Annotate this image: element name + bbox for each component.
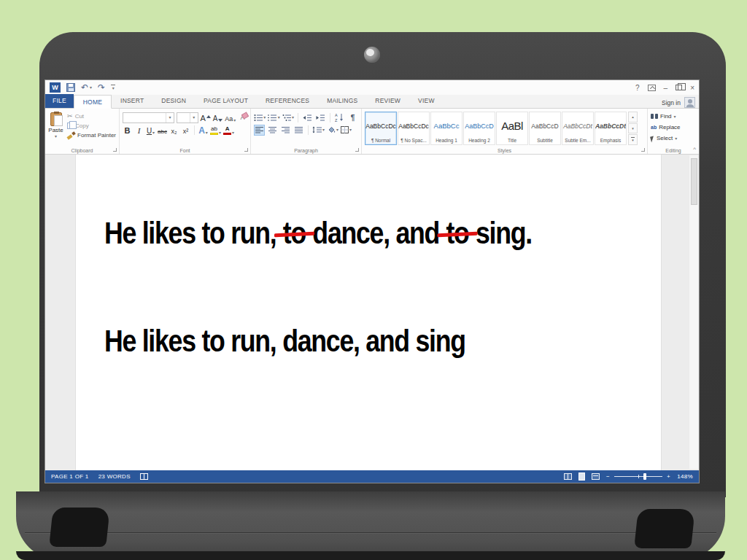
paragraph-dialog-launcher[interactable] (355, 148, 359, 152)
font-group: ▾ ▾ A A Aa▾ A B I U▾ (120, 109, 251, 154)
styles-more-button[interactable]: ▾ (628, 134, 638, 145)
bullets-button[interactable]: ▾ (254, 112, 266, 123)
style-subtle-emphasis[interactable]: AaBbCcDtSubtle Em... (562, 112, 594, 145)
ribbon-display-options-button[interactable] (648, 85, 656, 91)
undo-button[interactable]: ↶ ▾ (81, 83, 92, 92)
clear-formatting-button[interactable]: A (238, 113, 247, 122)
font-color-caret-icon: ▾ (232, 131, 234, 135)
document-page[interactable]: He likes to run,todance, andtosing. He l… (76, 155, 661, 470)
font-size-caret-icon: ▾ (193, 115, 195, 120)
styles-scroll-down-button[interactable]: ▾ (628, 123, 638, 134)
style-emphasis[interactable]: AaBbCcDtEmphasis (595, 112, 627, 145)
print-layout-button[interactable] (578, 472, 585, 481)
clipboard-dialog-launcher[interactable] (113, 148, 117, 152)
line-spacing-icon (312, 126, 322, 133)
decrease-indent-icon (303, 114, 312, 122)
tab-page-layout[interactable]: PAGE LAYOUT (195, 94, 257, 108)
line-spacing-button[interactable]: ▾ (312, 125, 325, 136)
zoom-slider-thumb[interactable] (643, 473, 646, 480)
restore-button[interactable] (676, 85, 682, 90)
styles-dialog-launcher[interactable] (641, 148, 645, 152)
web-layout-button[interactable] (592, 473, 600, 480)
scrollbar-thumb[interactable] (691, 158, 697, 205)
copy-icon (67, 122, 73, 129)
font-color-button[interactable]: A ▾ (223, 125, 234, 136)
tab-home[interactable]: HOME (74, 95, 112, 109)
read-mode-button[interactable] (564, 473, 572, 480)
help-button[interactable]: ? (635, 84, 640, 92)
minimize-button[interactable]: – (664, 84, 668, 92)
align-right-button[interactable] (280, 125, 291, 136)
replace-button[interactable]: ab Replace (651, 122, 696, 132)
bold-button[interactable]: B (123, 125, 132, 136)
strikethrough-button[interactable]: abc (158, 125, 167, 136)
zoom-level[interactable]: 148% (677, 473, 693, 480)
text-highlight-button[interactable]: ab ▾ (210, 125, 221, 136)
superscript-button[interactable]: x² (181, 125, 190, 136)
collapse-ribbon-button[interactable]: ^ (693, 147, 696, 152)
style-heading-1[interactable]: AaBbCcHeading 1 (430, 112, 462, 145)
styles-scroll-up-button[interactable]: ▴ (628, 112, 638, 122)
status-bar: PAGE 1 OF 1 23 WORDS − + 148% (45, 470, 699, 483)
page-indicator[interactable]: PAGE 1 OF 1 (51, 473, 89, 480)
style-subtitle[interactable]: AaBbCcDSubtitle (529, 112, 561, 145)
shading-button[interactable]: ▾ (327, 125, 338, 136)
tab-view[interactable]: VIEW (409, 94, 444, 108)
shading-caret-icon: ▾ (336, 128, 338, 132)
underline-button[interactable]: U▾ (146, 125, 155, 136)
tab-insert[interactable]: INSERT (112, 94, 152, 108)
increase-indent-button[interactable] (315, 112, 326, 123)
tab-mailings[interactable]: MAILINGS (318, 94, 366, 108)
font-name-combobox[interactable]: ▾ (123, 112, 174, 123)
paragraph-group-label: Paragraph (251, 148, 361, 153)
paste-label: Paste (48, 127, 63, 133)
cut-button[interactable]: ✂ Cut (67, 112, 116, 120)
numbering-button[interactable]: ▾ (268, 112, 279, 123)
zoom-out-button[interactable]: − (606, 473, 610, 480)
sort-button[interactable]: AZ (334, 112, 345, 123)
justify-button[interactable] (293, 125, 304, 136)
show-hide-pilcrow-button[interactable]: ¶ (347, 112, 358, 123)
align-center-button[interactable] (267, 125, 278, 136)
subscript-button[interactable]: x₂ (169, 125, 179, 136)
style-no-spacing[interactable]: AaBbCcDc¶ No Spac... (398, 112, 430, 145)
zoom-in-button[interactable]: + (667, 473, 670, 480)
shrink-font-button[interactable]: A (213, 112, 222, 123)
customize-qat-button[interactable]: ▾ (111, 85, 115, 90)
sign-in-link[interactable]: Sign in (662, 99, 681, 106)
vertical-scrollbar[interactable] (689, 155, 698, 469)
redo-icon[interactable]: ↷ (98, 83, 105, 92)
save-icon[interactable] (66, 83, 75, 92)
copy-button[interactable]: Copy (67, 121, 116, 130)
select-cursor-icon (650, 136, 655, 142)
close-button[interactable]: × (690, 84, 694, 92)
align-left-button[interactable] (254, 125, 265, 136)
zoom-slider[interactable] (614, 476, 662, 477)
italic-button[interactable]: I (134, 125, 144, 136)
paste-button[interactable]: Paste ▾ (48, 112, 63, 139)
change-case-button[interactable]: Aa▾ (225, 112, 236, 123)
grow-font-button[interactable]: A (201, 112, 211, 123)
tab-design[interactable]: DESIGN (152, 94, 195, 108)
select-button[interactable]: Select ▾ (651, 133, 696, 143)
find-button[interactable]: Find ▾ (651, 112, 696, 121)
style-heading-2[interactable]: AaBbCcDHeading 2 (463, 112, 495, 145)
font-dialog-launcher[interactable] (244, 148, 248, 152)
borders-button[interactable]: ▾ (341, 125, 352, 136)
style-title[interactable]: AaBlTitle (496, 112, 528, 145)
text-effects-button[interactable]: A▾ (198, 125, 208, 136)
tab-file[interactable]: FILE (45, 94, 74, 108)
styles-more-icon: ▾ (632, 139, 634, 142)
multilevel-list-button[interactable]: ▾ (282, 112, 294, 123)
decrease-indent-button[interactable] (302, 112, 313, 123)
avatar-icon[interactable] (684, 97, 695, 108)
highlight-caret-icon: ▾ (219, 131, 221, 135)
style-normal[interactable]: AaBbCcDc¶ Normal (365, 112, 397, 145)
format-painter-button[interactable]: Format Painter (67, 131, 116, 139)
word-count[interactable]: 23 WORDS (98, 473, 131, 480)
font-size-combobox[interactable]: ▾ (177, 112, 198, 123)
proofing-icon[interactable] (140, 473, 148, 480)
tab-review[interactable]: REVIEW (366, 94, 409, 108)
document-line-1: He likes to run,todance, andtosing. (104, 216, 532, 251)
tab-references[interactable]: REFERENCES (257, 94, 318, 108)
